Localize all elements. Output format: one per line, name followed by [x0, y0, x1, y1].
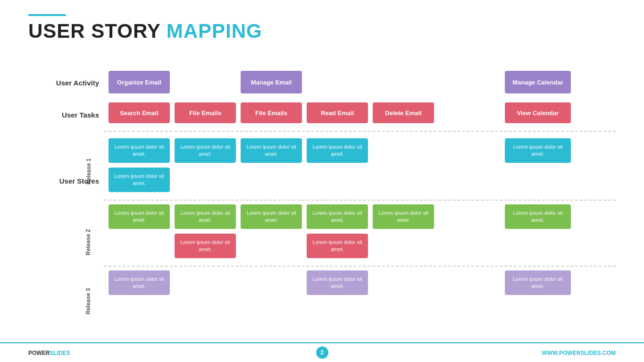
task-view-calendar: View Calendar — [505, 102, 571, 123]
r1r1-col2: Lorem ipsum dolor sit amet. — [241, 138, 302, 163]
r3r1-col5: Lorem ipsum dolor sit amet. — [505, 270, 571, 295]
header: USER STORY MAPPING — [28, 14, 262, 42]
r3r1-col0: Lorem ipsum dolor sit amet. — [109, 270, 170, 295]
r1r2-col0: Lorem ipsum dolor sit amet. — [109, 168, 170, 192]
release2-label: Release 2 — [85, 204, 92, 280]
footer-url: WWW.POWERSLIDES.COM — [542, 350, 616, 356]
r2r1-col2: Lorem ipsum dolor sit amet. — [241, 204, 302, 229]
divider-3 — [104, 266, 616, 267]
r1r1-col0: Lorem ipsum dolor sit amet. — [109, 138, 170, 163]
r2r1-col3: Lorem ipsum dolor sit amet. — [307, 204, 368, 229]
grid: Organize Email Manage Email Manage Calen… — [104, 68, 616, 338]
r2r1-col5: Lorem ipsum dolor sit amet. — [505, 204, 571, 229]
activity-organize-email: Organize Email — [109, 71, 170, 93]
footer-line — [0, 342, 644, 343]
r1r1-col5: Lorem ipsum dolor sit amet. — [505, 138, 571, 163]
r1r1-col3: Lorem ipsum dolor sit amet. — [307, 138, 368, 163]
page-title: USER STORY MAPPING — [28, 20, 262, 42]
r2r1-col1: Lorem ipsum dolor sit amet. — [175, 204, 236, 229]
label-user-activity: User Activity — [28, 79, 99, 87]
activity-manage-email: Manage Email — [241, 71, 302, 93]
r1r1-col1: Lorem ipsum dolor sit amet. — [175, 138, 236, 163]
footer: POWERSLIDES 2 WWW.POWERSLIDES.COM — [0, 343, 644, 362]
r2r2-col3: Lorem ipsum dolor sit amet. — [307, 234, 368, 258]
r2r1-col4: Lorem ipsum dolor sit amet. — [373, 204, 434, 229]
task-file-emails-1: File Emails — [175, 102, 236, 123]
task-delete-email: Delete Email — [373, 102, 434, 123]
divider-2 — [104, 200, 616, 201]
task-search-email: Search Email — [109, 102, 170, 123]
r2r1-col0: Lorem ipsum dolor sit amet. — [109, 204, 170, 229]
r3r1-col3: Lorem ipsum dolor sit amet. — [307, 270, 368, 295]
label-user-tasks: User Tasks — [28, 111, 99, 119]
r2r2-col1: Lorem ipsum dolor sit amet. — [175, 234, 236, 258]
header-accent-line — [28, 14, 66, 16]
task-read-email: Read Email — [307, 102, 368, 123]
release1-label: Release 1 — [85, 138, 93, 204]
main-content: User Activity User Tasks User Stores Org… — [28, 68, 616, 338]
footer-page-number: 2 — [316, 346, 328, 359]
task-file-emails-2: File Emails — [241, 102, 302, 123]
divider-1 — [104, 131, 616, 132]
release3-label: Release 3 — [85, 270, 92, 332]
activity-manage-calendar: Manage Calendar — [505, 71, 571, 93]
footer-brand: POWERSLIDES — [28, 350, 70, 356]
